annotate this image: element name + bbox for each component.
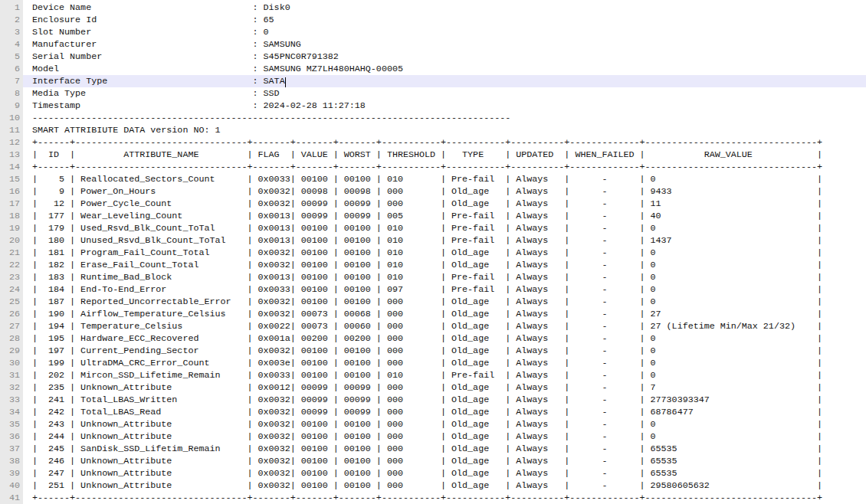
code-line[interactable]: 21| 181 | Program_Fail_Count_Total | 0x0… — [0, 247, 866, 259]
code-line[interactable]: 25| 187 | Reported_Uncorrectable_Error |… — [0, 296, 866, 308]
code-line[interactable]: 7Interface Type : SATA — [0, 75, 866, 87]
line-text[interactable]: | 246 | Unknown_Attribute | 0x0032| 0010… — [23, 455, 866, 467]
line-text[interactable]: Serial Number : S45PNC0R791382 — [23, 51, 866, 63]
line-text[interactable]: | 245 | SanDisk_SSD_Lifetim_Remain | 0x0… — [23, 443, 866, 455]
line-text[interactable]: Timestamp : 2024-02-28 11:27:18 — [23, 100, 866, 112]
line-text[interactable]: | 243 | Unknown_Attribute | 0x0032| 0010… — [23, 418, 866, 430]
code-line[interactable]: 29| 197 | Current_Pending_Sector | 0x003… — [0, 345, 866, 357]
line-number: 4 — [0, 38, 23, 51]
line-number: 22 — [0, 259, 23, 271]
line-text[interactable]: Media Type : SSD — [23, 87, 866, 100]
line-text[interactable]: +------+--------------------------------… — [23, 492, 866, 504]
line-text[interactable]: | 197 | Current_Pending_Sector | 0x0032|… — [23, 345, 866, 357]
line-text[interactable]: SMART ATTRIBIUTE DATA version NO: 1 — [23, 124, 866, 136]
line-text[interactable]: | 195 | Hardware_ECC_Recovered | 0x001a|… — [23, 332, 866, 345]
line-text[interactable]: Manufacturer : SAMSUNG — [23, 38, 866, 51]
line-number: 9 — [0, 100, 23, 112]
code-line[interactable]: 24| 184 | End-To-End_Error | 0x0033| 001… — [0, 283, 866, 296]
code-line[interactable]: 28| 195 | Hardware_ECC_Recovered | 0x001… — [0, 332, 866, 345]
code-line[interactable]: 22| 182 | Erase_Fail_Count_Total | 0x003… — [0, 259, 866, 271]
code-line[interactable]: 3Slot Number : 0 — [0, 26, 866, 38]
code-line[interactable]: 6Model : SAMSUNG MZ7LH480HAHQ-00005 — [0, 63, 866, 75]
line-text[interactable]: +------+--------------------------------… — [23, 161, 866, 173]
code-line[interactable]: 5Serial Number : S45PNC0R791382 — [0, 51, 866, 63]
code-line[interactable]: 2Enclosure Id : 65 — [0, 14, 866, 26]
line-number: 40 — [0, 479, 23, 492]
line-text[interactable]: | 235 | Unknown_Attribute | 0x0012| 0009… — [23, 381, 866, 394]
text-editor[interactable]: 1Device Name : Disk02Enclosure Id : 653S… — [0, 0, 866, 504]
line-text[interactable]: | 242 | Total_LBAS_Read | 0x0032| 00099 … — [23, 406, 866, 418]
line-text[interactable]: | 12 | Power_Cycle_Count | 0x0032| 00099… — [23, 198, 866, 210]
line-number: 21 — [0, 247, 23, 259]
code-line[interactable]: 26| 190 | Airflow_Temperature_Celsius | … — [0, 308, 866, 320]
line-number: 20 — [0, 234, 23, 247]
line-text[interactable]: | 241 | Total_LBAS_Written | 0x0032| 000… — [23, 394, 866, 406]
line-text[interactable]: | 184 | End-To-End_Error | 0x0033| 00100… — [23, 283, 866, 296]
line-text[interactable]: | ID | ATTRIBUTE_NAME | FLAG | VALUE | W… — [23, 149, 866, 161]
code-line[interactable]: 34| 242 | Total_LBAS_Read | 0x0032| 0009… — [0, 406, 866, 418]
line-text[interactable]: | 180 | Unused_Rsvd_Blk_Count_ToTal | 0x… — [23, 234, 866, 247]
line-number: 11 — [0, 124, 23, 136]
line-text[interactable]: | 251 | Unknown_Attribute | 0x0032| 0010… — [23, 479, 866, 492]
code-line[interactable]: 39| 247 | Unknown_Attribute | 0x0032| 00… — [0, 467, 866, 479]
code-line[interactable]: 23| 183 | Runtime_Bad_Block | 0x0013| 00… — [0, 271, 866, 283]
editor-text-area[interactable]: 1Device Name : Disk02Enclosure Id : 653S… — [0, 2, 866, 504]
code-line[interactable]: 11SMART ATTRIBIUTE DATA version NO: 1 — [0, 124, 866, 136]
line-number: 16 — [0, 185, 23, 198]
line-text[interactable]: ----------------------------------------… — [23, 112, 866, 124]
code-line[interactable]: 1Device Name : Disk0 — [0, 2, 866, 14]
line-text[interactable]: | 194 | Temperature_Celsius | 0x0022| 00… — [23, 320, 866, 332]
line-text[interactable]: Enclosure Id : 65 — [23, 14, 866, 26]
code-line[interactable]: 37| 245 | SanDisk_SSD_Lifetim_Remain | 0… — [0, 443, 866, 455]
code-line[interactable]: 17| 12 | Power_Cycle_Count | 0x0032| 000… — [0, 198, 866, 210]
code-line[interactable]: 13| ID | ATTRIBUTE_NAME | FLAG | VALUE |… — [0, 149, 866, 161]
line-number: 41 — [0, 492, 23, 504]
code-line[interactable]: 12+------+------------------------------… — [0, 136, 866, 149]
code-line[interactable]: 36| 244 | Unknown_Attribute | 0x0032| 00… — [0, 430, 866, 443]
line-number: 15 — [0, 173, 23, 185]
line-text[interactable]: | 183 | Runtime_Bad_Block | 0x0013| 0010… — [23, 271, 866, 283]
line-text[interactable]: Interface Type : SATA — [23, 75, 866, 87]
code-line[interactable]: 9Timestamp : 2024-02-28 11:27:18 — [0, 100, 866, 112]
code-line[interactable]: 32| 235 | Unknown_Attribute | 0x0012| 00… — [0, 381, 866, 394]
line-text[interactable]: | 244 | Unknown_Attribute | 0x0032| 0010… — [23, 430, 866, 443]
line-text[interactable]: | 202 | Mircon_SSD_Lifetime_Remain | 0x0… — [23, 369, 866, 381]
line-text[interactable]: +------+--------------------------------… — [23, 136, 866, 149]
code-line[interactable]: 14+------+------------------------------… — [0, 161, 866, 173]
line-text[interactable]: | 199 | UltraDMA_CRC_Error_Count | 0x003… — [23, 357, 866, 369]
code-line[interactable]: 27| 194 | Temperature_Celsius | 0x0022| … — [0, 320, 866, 332]
code-line[interactable]: 38| 246 | Unknown_Attribute | 0x0032| 00… — [0, 455, 866, 467]
code-line[interactable]: 10--------------------------------------… — [0, 112, 866, 124]
code-line[interactable]: 18| 177 | Wear_Leveling_Count | 0x0013| … — [0, 210, 866, 222]
line-text[interactable]: | 190 | Airflow_Temperature_Celsius | 0x… — [23, 308, 866, 320]
line-number: 8 — [0, 87, 23, 100]
line-text[interactable]: Slot Number : 0 — [23, 26, 866, 38]
line-text[interactable]: | 247 | Unknown_Attribute | 0x0032| 0010… — [23, 467, 866, 479]
line-text[interactable]: | 182 | Erase_Fail_Count_Total | 0x0032|… — [23, 259, 866, 271]
code-line[interactable]: 8Media Type : SSD — [0, 87, 866, 100]
code-line[interactable]: 30| 199 | UltraDMA_CRC_Error_Count | 0x0… — [0, 357, 866, 369]
line-text[interactable]: Model : SAMSUNG MZ7LH480HAHQ-00005 — [23, 63, 866, 75]
line-text[interactable]: | 9 | Power_On_Hours | 0x0032| 00098 | 0… — [23, 185, 866, 198]
line-number: 19 — [0, 222, 23, 234]
code-line[interactable]: 16| 9 | Power_On_Hours | 0x0032| 00098 |… — [0, 185, 866, 198]
line-text[interactable]: | 181 | Program_Fail_Count_Total | 0x003… — [23, 247, 866, 259]
line-text[interactable]: | 187 | Reported_Uncorrectable_Error | 0… — [23, 296, 866, 308]
line-number: 10 — [0, 112, 23, 124]
code-line[interactable]: 31| 202 | Mircon_SSD_Lifetime_Remain | 0… — [0, 369, 866, 381]
code-line[interactable]: 35| 243 | Unknown_Attribute | 0x0032| 00… — [0, 418, 866, 430]
code-line[interactable]: 15| 5 | Reallocated_Sectors_Count | 0x00… — [0, 173, 866, 185]
line-text[interactable]: | 5 | Reallocated_Sectors_Count | 0x0033… — [23, 173, 866, 185]
code-line[interactable]: 20| 180 | Unused_Rsvd_Blk_Count_ToTal | … — [0, 234, 866, 247]
line-number: 13 — [0, 149, 23, 161]
code-line[interactable]: 19| 179 | Used_Rsvd_Blk_Count_ToTal | 0x… — [0, 222, 866, 234]
code-line[interactable]: 33| 241 | Total_LBAS_Written | 0x0032| 0… — [0, 394, 866, 406]
line-number: 6 — [0, 63, 23, 75]
line-text[interactable]: | 179 | Used_Rsvd_Blk_Count_ToTal | 0x00… — [23, 222, 866, 234]
line-text[interactable]: | 177 | Wear_Leveling_Count | 0x0013| 00… — [23, 210, 866, 222]
code-line[interactable]: 4Manufacturer : SAMSUNG — [0, 38, 866, 51]
line-text[interactable]: Device Name : Disk0 — [23, 2, 866, 14]
code-line[interactable]: 40| 251 | Unknown_Attribute | 0x0032| 00… — [0, 479, 866, 492]
line-number: 30 — [0, 357, 23, 369]
code-line[interactable]: 41+------+------------------------------… — [0, 492, 866, 504]
